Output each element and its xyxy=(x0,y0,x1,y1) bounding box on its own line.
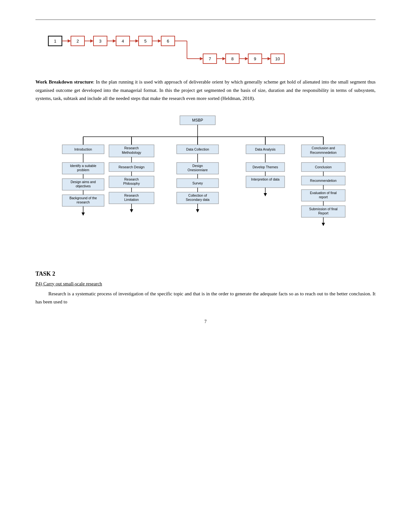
work-breakdown-text: Work Breakdown structure: In the plan ru… xyxy=(35,78,376,103)
svg-text:Interpretion of data: Interpretion of data xyxy=(251,177,279,181)
flow-diagram-svg: 1 2 3 4 5 xyxy=(42,30,306,72)
svg-text:Develop Themes: Develop Themes xyxy=(252,165,278,169)
svg-marker-68 xyxy=(130,209,133,212)
svg-text:Research: Research xyxy=(124,177,139,181)
svg-text:1: 1 xyxy=(54,39,56,44)
svg-text:6: 6 xyxy=(167,39,169,44)
svg-text:Evaluation of final: Evaluation of final xyxy=(310,191,337,195)
svg-text:Submission of final: Submission of final xyxy=(309,207,337,211)
svg-marker-22 xyxy=(222,57,226,60)
svg-text:Methodology: Methodology xyxy=(122,151,141,154)
svg-text:Onesionniare: Onesionniare xyxy=(187,168,208,172)
svg-marker-82 xyxy=(264,193,267,196)
svg-marker-25 xyxy=(245,57,248,60)
svg-text:9: 9 xyxy=(254,56,256,61)
svg-marker-59 xyxy=(82,212,85,216)
page-number: 7 xyxy=(35,319,376,324)
svg-marker-5 xyxy=(90,39,93,43)
svg-text:Research: Research xyxy=(124,193,139,197)
svg-text:objectives: objectives xyxy=(75,184,91,188)
svg-text:Design aims and: Design aims and xyxy=(70,180,95,184)
svg-text:4: 4 xyxy=(122,39,124,44)
flow-diagram-section: 1 2 3 4 5 xyxy=(35,30,376,72)
wbs-bold-label: Work Breakdown structure xyxy=(35,79,93,84)
svg-marker-93 xyxy=(322,223,325,226)
svg-text:7: 7 xyxy=(209,56,211,61)
svg-text:8: 8 xyxy=(231,56,233,61)
svg-text:MSBP: MSBP xyxy=(192,118,203,123)
svg-marker-2 xyxy=(68,39,71,43)
task2-paragraph: Research is a systematic process of inve… xyxy=(35,290,376,306)
svg-text:Conclusion and: Conclusion and xyxy=(311,146,335,150)
svg-text:research: research xyxy=(76,200,90,204)
svg-marker-19 xyxy=(200,57,203,60)
svg-text:Research Design: Research Design xyxy=(118,165,144,169)
svg-marker-77 xyxy=(196,209,199,212)
svg-text:Conclusion: Conclusion xyxy=(315,165,332,169)
svg-text:2: 2 xyxy=(76,39,79,44)
task2-subsection: P4) Carry out small-scale research xyxy=(35,281,376,287)
svg-marker-28 xyxy=(268,57,271,60)
svg-text:Data Analysis: Data Analysis xyxy=(255,147,276,151)
svg-text:10: 10 xyxy=(275,56,280,61)
top-border xyxy=(35,19,376,20)
wbs-svg: MSBP Introduction Research Meth xyxy=(53,113,359,261)
svg-text:Limitation: Limitation xyxy=(124,198,139,202)
svg-marker-8 xyxy=(113,39,116,43)
wbs-diagram-container: MSBP Introduction Research Meth xyxy=(35,113,376,261)
task2-heading: TASK 2 xyxy=(35,271,376,277)
svg-text:Secondary data: Secondary data xyxy=(186,198,210,202)
svg-text:Recommnedetion: Recommnedetion xyxy=(310,151,336,154)
svg-text:Research: Research xyxy=(124,146,139,150)
svg-text:5: 5 xyxy=(144,39,146,44)
svg-marker-11 xyxy=(135,39,139,43)
svg-text:Identify a suitable: Identify a suitable xyxy=(70,164,96,168)
svg-text:Survey: Survey xyxy=(192,181,203,185)
svg-marker-14 xyxy=(158,39,161,43)
svg-text:Background of the: Background of the xyxy=(69,196,97,200)
svg-text:3: 3 xyxy=(99,39,101,44)
svg-text:problem: problem xyxy=(77,168,89,172)
svg-text:Report: Report xyxy=(318,211,328,215)
page: 1 2 3 4 5 xyxy=(0,0,411,532)
svg-text:Design: Design xyxy=(192,164,203,168)
svg-text:Collection of: Collection of xyxy=(188,193,207,197)
svg-text:Philosophy: Philosophy xyxy=(123,182,140,185)
svg-text:report: report xyxy=(319,195,328,199)
svg-text:Recommendetion: Recommendetion xyxy=(310,179,336,182)
svg-text:Data Collection: Data Collection xyxy=(186,147,209,151)
svg-text:Introduction: Introduction xyxy=(74,147,92,151)
